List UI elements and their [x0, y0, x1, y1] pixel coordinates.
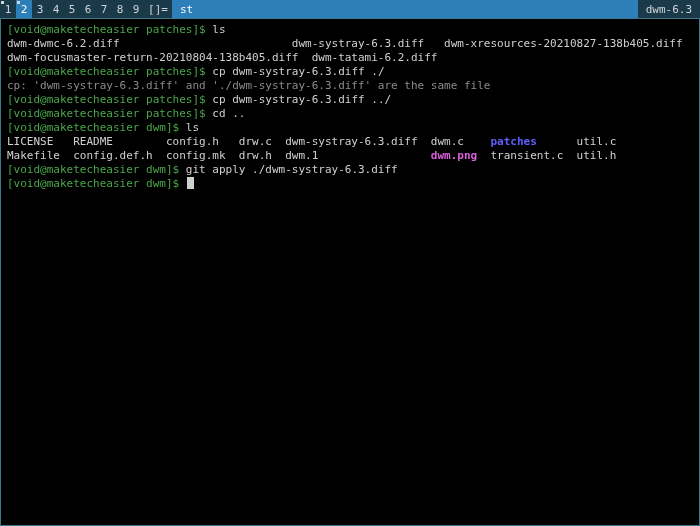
terminal-text: dwm.png	[431, 149, 477, 162]
terminal-text: cd ..	[212, 107, 245, 120]
terminal-line: [void@maketecheasier dwm]$ ls	[7, 121, 693, 135]
terminal-line: [void@maketecheasier patches]$ cp dwm-sy…	[7, 93, 693, 107]
tag-5[interactable]: 5	[64, 0, 80, 18]
terminal-line: cp: 'dwm-systray-6.3.diff' and './dwm-sy…	[7, 79, 693, 93]
terminal-text: [void@maketecheasier patches]$	[7, 65, 212, 78]
tag-list: 123456789	[0, 0, 144, 18]
window-title: st	[172, 0, 638, 18]
tag-4[interactable]: 4	[48, 0, 64, 18]
window-title-text: st	[180, 3, 193, 16]
terminal-text: transient.c util.h	[477, 149, 616, 162]
terminal-text: cp dwm-systray-6.3.diff ../	[212, 93, 391, 106]
terminal-text: cp: 'dwm-systray-6.3.diff' and './dwm-sy…	[7, 79, 490, 92]
terminal-text: [void@maketecheasier patches]$	[7, 23, 212, 36]
terminal-text: dwm-dwmc-6.2.diff dwm-systray-6.3.diff d…	[7, 37, 683, 50]
terminal-text: [void@maketecheasier dwm]$	[7, 177, 186, 190]
layout-symbol[interactable]: []=	[144, 0, 172, 18]
status-bar: 123456789 []= st dwm-6.3	[0, 0, 700, 18]
terminal-text: ls	[186, 121, 199, 134]
tag-6[interactable]: 6	[80, 0, 96, 18]
terminal-text: [void@maketecheasier patches]$	[7, 93, 212, 106]
terminal-text: [void@maketecheasier dwm]$	[7, 163, 186, 176]
terminal-line: Makefile config.def.h config.mk drw.h dw…	[7, 149, 693, 163]
terminal-line: [void@maketecheasier dwm]$	[7, 177, 693, 191]
terminal-text: git apply ./dwm-systray-6.3.diff	[186, 163, 398, 176]
tag-1[interactable]: 1	[0, 0, 16, 18]
tag-indicator	[1, 1, 4, 4]
status-right-text: dwm-6.3	[646, 3, 692, 16]
cursor	[187, 177, 194, 189]
tag-2[interactable]: 2	[16, 0, 32, 18]
tag-9[interactable]: 9	[128, 0, 144, 18]
status-right: dwm-6.3	[638, 0, 700, 18]
terminal-text: Makefile config.def.h config.mk drw.h dw…	[7, 149, 431, 162]
terminal-text: dwm-focusmaster-return-20210804-138b405.…	[7, 51, 437, 64]
tag-7[interactable]: 7	[96, 0, 112, 18]
terminal-line: [void@maketecheasier patches]$ cp dwm-sy…	[7, 65, 693, 79]
terminal-text: patches	[490, 135, 536, 148]
terminal[interactable]: [void@maketecheasier patches]$ lsdwm-dwm…	[0, 18, 700, 526]
terminal-line: dwm-focusmaster-return-20210804-138b405.…	[7, 51, 693, 65]
terminal-line: LICENSE README config.h drw.c dwm-systra…	[7, 135, 693, 149]
tag-3[interactable]: 3	[32, 0, 48, 18]
terminal-line: [void@maketecheasier dwm]$ git apply ./d…	[7, 163, 693, 177]
tag-8[interactable]: 8	[112, 0, 128, 18]
terminal-line: dwm-dwmc-6.2.diff dwm-systray-6.3.diff d…	[7, 37, 693, 51]
terminal-text: [void@maketecheasier dwm]$	[7, 121, 186, 134]
terminal-text: [void@maketecheasier patches]$	[7, 107, 212, 120]
terminal-line: [void@maketecheasier patches]$ cd ..	[7, 107, 693, 121]
terminal-line: [void@maketecheasier patches]$ ls	[7, 23, 693, 37]
terminal-text: util.c	[537, 135, 616, 148]
terminal-text: cp dwm-systray-6.3.diff ./	[212, 65, 384, 78]
tag-indicator	[17, 1, 20, 4]
terminal-text: LICENSE README config.h drw.c dwm-systra…	[7, 135, 490, 148]
terminal-text: ls	[212, 23, 225, 36]
